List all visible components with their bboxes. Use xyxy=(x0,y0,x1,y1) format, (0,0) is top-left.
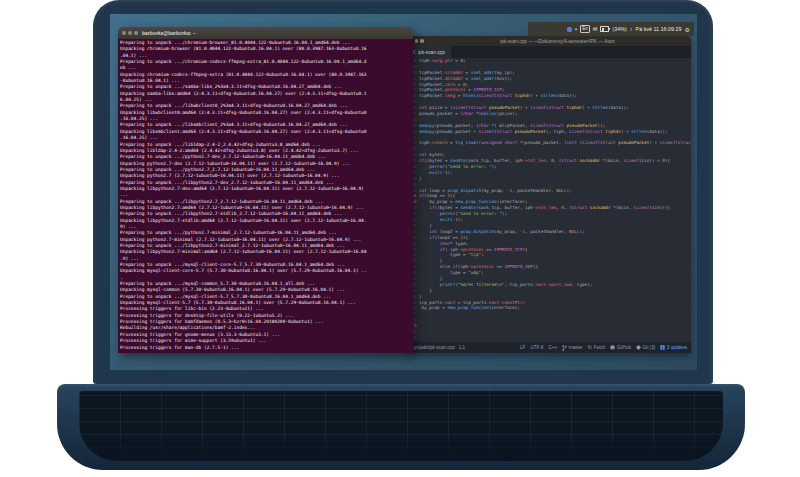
terminal-titlebar[interactable]: barborka@barborka: ~ xyxy=(118,27,413,39)
status-item-c-[interactable]: C++ xyxy=(548,345,557,350)
code-editor[interactable]: 528tcph->urg_ptr = 0;529530tcpPacket.src… xyxy=(406,58,691,342)
laptop-mockup: ▾ En ✉ (34%) ↕ Pá kvě 11 16:09:29 ⚙ barb… xyxy=(0,0,800,477)
tab-bar: C ipk-scan.cpp xyxy=(406,46,691,58)
atom-window[interactable]: ipk-scan.cpp — ~/Dokumenty/4.semester/IP… xyxy=(406,36,691,353)
battery-percentage: (34%) xyxy=(612,26,626,32)
session-gear-icon[interactable]: ⚙ xyxy=(685,26,690,33)
keyboard-layout-indicator[interactable]: En xyxy=(580,25,590,32)
network-arrows-icon[interactable]: ↕ xyxy=(630,26,633,32)
git-icon xyxy=(636,345,641,350)
status-item-label: 3 updates xyxy=(667,345,687,350)
close-button[interactable] xyxy=(122,31,126,35)
status-cursor-position[interactable]: 1:1 xyxy=(459,345,465,350)
status-file-path[interactable]: 2.projekt/ipk-scan.cpp xyxy=(410,345,455,350)
laptop-keyboard xyxy=(79,391,723,461)
status-item-label: C++ xyxy=(548,345,557,350)
status-item-label: LF xyxy=(520,345,525,350)
laptop-screen-shell: ▾ En ✉ (34%) ↕ Pá kvě 11 16:09:29 ⚙ barb… xyxy=(93,0,713,384)
code-text xyxy=(419,335,691,341)
status-item-git-3-[interactable]: Git (3) xyxy=(636,345,655,350)
atom-window-title: ipk-scan.cpp — ~/Dokumenty/4.semester/IP… xyxy=(500,39,615,44)
status-item-label: UTF-8 xyxy=(530,345,543,350)
atom-titlebar[interactable]: ipk-scan.cpp — ~/Dokumenty/4.semester/IP… xyxy=(406,36,691,46)
github-icon xyxy=(610,345,615,350)
status-item-label: Git (3) xyxy=(643,345,656,350)
status-item-utf-8[interactable]: UTF-8 xyxy=(530,345,543,350)
battery-icon[interactable] xyxy=(600,26,609,32)
update-icon xyxy=(660,345,665,350)
minimize-button[interactable] xyxy=(415,39,419,43)
window-controls xyxy=(122,31,138,35)
status-item-master[interactable]: master xyxy=(562,345,583,351)
clock[interactable]: Pá kvě 11 16:09:29 xyxy=(636,26,682,32)
terminal-line: Processing triggers for man-db (2.7.5-1)… xyxy=(120,345,411,351)
minimize-button[interactable] xyxy=(128,31,132,35)
status-item-label: GitHub xyxy=(617,345,631,350)
laptop-base xyxy=(57,384,745,470)
cpp-file-icon: C xyxy=(413,49,416,55)
status-left: 2.projekt/ipk-scan.cpp 1:1 xyxy=(410,345,465,350)
status-item-lf[interactable]: LF xyxy=(520,345,525,350)
maximize-button[interactable] xyxy=(134,31,138,35)
status-item-3-updates[interactable]: 3 updates xyxy=(660,345,687,350)
desktop: ▾ En ✉ (34%) ↕ Pá kvě 11 16:09:29 ⚙ barb… xyxy=(110,14,697,370)
terminal-window[interactable]: barborka@barborka: ~ Preparing to unpack… xyxy=(118,27,413,353)
status-item-github[interactable]: GitHub xyxy=(610,345,631,350)
status-right: LFUTF-8C++master↻FetchGitHubGit (3)3 upd… xyxy=(520,345,687,351)
mail-icon[interactable]: ✉ xyxy=(593,26,598,32)
terminal-output[interactable]: Preparing to unpack .../chromium-browser… xyxy=(118,39,413,353)
top-panel: ▾ En ✉ (34%) ↕ Pá kvě 11 16:09:29 ⚙ xyxy=(528,22,694,36)
branch-icon xyxy=(562,345,567,351)
status-item-label: Fetch xyxy=(594,345,606,350)
code-line[interactable]: 575 xyxy=(406,335,691,341)
maximize-button[interactable] xyxy=(420,39,424,43)
tab-label: ipk-scan.cpp xyxy=(418,50,445,55)
status-bar: 2.projekt/ipk-scan.cpp 1:1 LFUTF-8C++mas… xyxy=(406,342,691,353)
chevron-down-icon[interactable]: ▾ xyxy=(575,26,578,32)
sync-icon: ↻ xyxy=(588,345,593,350)
status-item-label: master xyxy=(569,345,583,350)
status-item-fetch[interactable]: ↻Fetch xyxy=(588,345,606,350)
input-method-icon[interactable] xyxy=(567,27,572,32)
tab-ipk-scan[interactable]: C ipk-scan.cpp xyxy=(406,46,453,58)
terminal-title: barborka@barborka: ~ xyxy=(142,30,196,36)
